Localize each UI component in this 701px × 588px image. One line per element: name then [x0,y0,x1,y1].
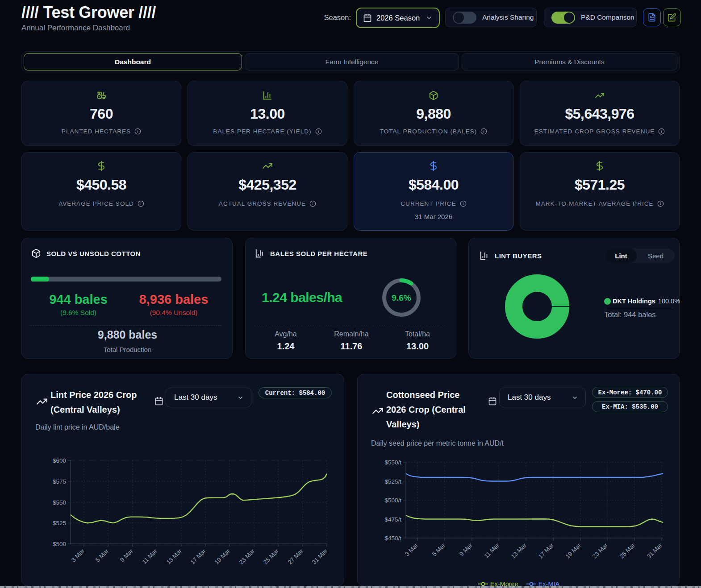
svg-text:17 Mar: 17 Mar [537,542,555,560]
svg-text:$500/t: $500/t [384,497,401,504]
svg-text:3 Mar: 3 Mar [70,547,86,563]
svg-text:$550/t: $550/t [384,459,401,466]
svg-text:$500: $500 [53,541,66,547]
svg-text:19 Mar: 19 Mar [213,547,232,566]
svg-text:17 Mar: 17 Mar [189,547,208,566]
svg-text:27 Mar: 27 Mar [287,547,305,566]
svg-text:25 Mar: 25 Mar [618,542,637,560]
svg-text:$600: $600 [53,457,66,464]
svg-text:31 Mar: 31 Mar [311,547,329,566]
svg-text:11 Mar: 11 Mar [141,547,159,565]
svg-text:5 Mar: 5 Mar [431,542,446,557]
svg-text:13 Mar: 13 Mar [510,542,528,560]
svg-text:19 Mar: 19 Mar [564,542,583,560]
svg-text:$550: $550 [53,499,66,506]
svg-text:11 Mar: 11 Mar [483,542,501,559]
svg-text:23 Mar: 23 Mar [591,542,609,560]
svg-text:$525: $525 [53,520,66,526]
svg-text:9.6%: 9.6% [392,293,411,302]
svg-text:$575: $575 [53,478,66,485]
svg-text:$450/t: $450/t [384,535,401,542]
svg-text:3 Mar: 3 Mar [404,542,419,557]
svg-text:9 Mar: 9 Mar [458,542,474,557]
svg-text:25 Mar: 25 Mar [262,547,280,566]
svg-text:$475/t: $475/t [384,516,401,523]
svg-text:$525/t: $525/t [384,478,401,485]
svg-text:5 Mar: 5 Mar [94,547,110,563]
svg-text:13 Mar: 13 Mar [165,547,184,566]
svg-text:9 Mar: 9 Mar [119,547,134,563]
svg-text:23 Mar: 23 Mar [238,547,256,566]
svg-text:31 Mar: 31 Mar [646,542,664,560]
